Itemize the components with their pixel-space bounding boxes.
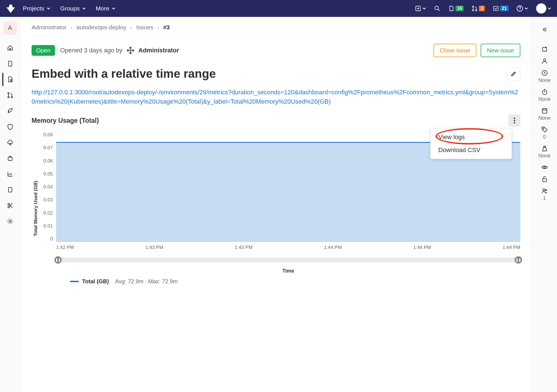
chart-menu-button[interactable] — [509, 115, 520, 126]
sidebar-packages[interactable] — [3, 152, 17, 165]
sidebar-merge-requests[interactable] — [3, 88, 17, 102]
timeline-handle-left[interactable]: ❚❚ — [54, 256, 62, 264]
svg-point-14 — [8, 97, 9, 98]
x-tick: 1:44 PM — [503, 245, 520, 250]
chevron-down-icon — [82, 6, 86, 10]
rs-labels[interactable]: 0 — [541, 126, 548, 140]
todos-counter[interactable]: 21 — [493, 5, 509, 12]
y-tick: 0 — [43, 236, 53, 242]
svg-rect-24 — [132, 50, 134, 52]
sidebar-operations[interactable] — [3, 136, 17, 149]
timeline-handle-right[interactable]: ❚❚ — [515, 256, 522, 264]
user-avatar — [536, 3, 546, 14]
view-logs-label: View logs — [438, 133, 465, 141]
author-avatar[interactable] — [125, 45, 136, 55]
new-dropdown[interactable] — [415, 5, 426, 12]
rs-confidentiality[interactable] — [541, 164, 548, 171]
svg-point-12 — [10, 79, 12, 81]
sidebar-repository[interactable] — [3, 57, 17, 70]
add-box-icon — [541, 46, 548, 53]
chart-title: Memory Usage (Total) — [32, 117, 99, 124]
sidebar-analytics[interactable] — [3, 167, 17, 181]
search-button[interactable] — [434, 5, 440, 12]
metrics-link[interactable]: http://127.0.0.1:3000/root/autodevops-de… — [32, 88, 520, 106]
chevron-down-icon — [47, 6, 50, 10]
close-issue-button[interactable]: Close issue — [434, 44, 477, 57]
svg-point-35 — [544, 146, 545, 148]
weight-icon — [541, 145, 548, 152]
svg-rect-5 — [494, 6, 498, 11]
help-icon — [516, 5, 523, 12]
svg-point-13 — [8, 93, 9, 94]
calendar-icon — [541, 107, 548, 114]
download-csv-item[interactable]: Download CSV — [430, 144, 512, 157]
author-name[interactable]: Administrator — [138, 47, 179, 54]
chevron-down-icon — [524, 6, 528, 10]
rs-label: None — [538, 96, 551, 102]
x-tick: 1:44 PM — [324, 245, 342, 250]
eye-icon — [541, 164, 548, 171]
opened-text: Opened 3 days ago by Administrator — [60, 45, 179, 55]
issue-title: Embed with a relative time range — [32, 67, 507, 81]
chart-section: Memory Usage (Total) View logs Download … — [32, 115, 520, 285]
sidebar-ci-cd[interactable] — [3, 104, 17, 118]
kebab-icon — [514, 117, 515, 124]
rs-participants[interactable]: 1 — [541, 188, 548, 201]
new-issue-button[interactable]: New issue — [481, 44, 520, 57]
edit-button[interactable] — [507, 67, 520, 81]
breadcrumb-item[interactable]: autodevops-deploy — [76, 24, 126, 31]
svg-rect-8 — [538, 8, 540, 9]
rs-assignee[interactable] — [541, 58, 548, 64]
breadcrumb-item[interactable]: Issues — [136, 24, 153, 31]
nav-groups[interactable]: Groups — [60, 5, 86, 12]
breadcrumb-item[interactable]: Administrator — [32, 24, 67, 31]
rs-milestone[interactable]: None — [538, 70, 551, 83]
rs-time-tracking[interactable]: None — [538, 88, 551, 102]
view-logs-item[interactable]: View logs — [430, 131, 512, 144]
rs-label: None — [538, 115, 551, 121]
svg-rect-23 — [127, 50, 129, 52]
nav-projects[interactable]: Projects — [23, 5, 50, 12]
nav-more-label: More — [96, 5, 109, 12]
file-icon — [7, 60, 14, 67]
rs-label: None — [538, 77, 551, 83]
svg-point-3 — [473, 10, 474, 11]
chart-icon — [7, 171, 14, 177]
sidebar-issues[interactable] — [2, 73, 17, 86]
rs-label: None — [538, 153, 551, 159]
rs-lock[interactable] — [541, 176, 548, 182]
y-tick: 0.03 — [43, 197, 53, 203]
user-menu[interactable] — [536, 3, 551, 14]
sidebar-snippets[interactable] — [3, 199, 17, 212]
chart-legend: Total (GB) Avg: 72.9m · Max: 72.9m — [56, 278, 520, 285]
nav-more[interactable]: More — [96, 5, 116, 12]
rs-label: 0 — [543, 134, 546, 140]
y-axis-label: Total Memory Used (GB) — [32, 132, 40, 285]
svg-point-39 — [545, 190, 547, 191]
x-tick: 1:44 PM — [413, 245, 431, 250]
search-icon — [434, 5, 440, 12]
sidebar-wiki[interactable] — [3, 183, 17, 197]
issues-counter[interactable]: 16 — [448, 5, 464, 12]
todo-icon — [493, 5, 499, 12]
mr-badge: 3 — [479, 6, 485, 11]
rs-due-date[interactable]: None — [538, 107, 551, 121]
project-avatar[interactable]: A — [3, 21, 17, 35]
collapse-sidebar-button[interactable] — [539, 24, 550, 35]
sidebar-home[interactable] — [3, 41, 17, 55]
svg-point-27 — [514, 118, 515, 119]
timeline-scrubber[interactable]: ❚❚ ❚❚ — [56, 257, 520, 262]
legend-swatch — [70, 281, 79, 282]
sidebar-security[interactable] — [3, 120, 17, 133]
x-tick: 1:43 PM — [235, 245, 253, 250]
gitlab-logo[interactable] — [6, 3, 16, 14]
breadcrumb-sep: › — [70, 24, 72, 31]
merge-requests-counter[interactable]: 3 — [472, 5, 485, 12]
rs-weight[interactable]: None — [538, 145, 551, 159]
svg-rect-26 — [129, 50, 131, 52]
sidebar-settings[interactable] — [3, 215, 17, 228]
stopwatch-icon — [541, 88, 548, 95]
rs-add[interactable] — [541, 46, 548, 53]
help-dropdown[interactable] — [516, 5, 528, 12]
issues-icon — [7, 76, 14, 83]
